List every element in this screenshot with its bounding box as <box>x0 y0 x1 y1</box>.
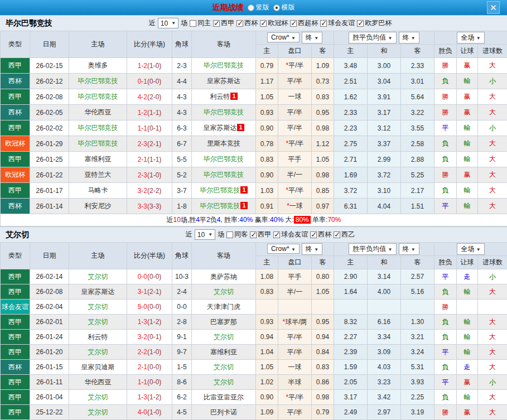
match-count-select[interactable]: 10 ▼ <box>195 229 215 240</box>
team-link[interactable]: 巴列卡诺 <box>210 408 237 416</box>
team-link[interactable]: 华伦西亚 <box>85 378 112 386</box>
same-venue-checkbox[interactable]: 同主 <box>190 18 211 28</box>
team-link[interactable]: 天津津门虎 <box>207 303 240 311</box>
team-link[interactable]: 艾尔切 <box>88 273 108 281</box>
checkbox-icon[interactable] <box>320 20 327 27</box>
odds-time-select[interactable]: 终 ▼ <box>302 243 322 255</box>
team-link[interactable]: 艾尔切 <box>214 333 234 341</box>
team-link[interactable]: 艾尔切 <box>88 393 108 401</box>
team-link[interactable]: 里斯本竞技 <box>207 139 240 147</box>
league-filter-checkbox[interactable]: 西甲 <box>250 230 271 239</box>
radio-icon[interactable] <box>273 4 280 11</box>
team-link[interactable]: 毕尔巴鄂竞技 <box>204 171 244 178</box>
team-link[interactable]: 艾尔切 <box>214 378 234 386</box>
odds-time-select[interactable]: 终 ▼ <box>302 32 322 44</box>
team-link[interactable]: 艾尔切 <box>214 363 234 371</box>
mean-away-odds: 2.88 <box>401 152 434 167</box>
league-filter-checkbox[interactable]: 西杯 <box>310 230 331 239</box>
match-count-select[interactable]: 10 ▼ <box>158 18 178 28</box>
checkbox-icon[interactable] <box>226 231 233 238</box>
result-handicap: 赢 <box>457 105 478 120</box>
league-filter-checkbox[interactable]: 球会友谊 <box>320 18 355 28</box>
mean-type-select[interactable]: 胜平负均值 ▼ <box>349 32 396 44</box>
team-link[interactable]: 利安尼沙 <box>85 202 112 210</box>
checkbox-icon[interactable] <box>273 231 280 238</box>
odds-source-select[interactable]: Crow* ▼ <box>267 244 300 254</box>
team-link[interactable]: 毕尔巴鄂竞技 <box>78 124 118 132</box>
scope-select[interactable]: 全场 ▼ <box>457 32 484 44</box>
checkbox-icon[interactable] <box>334 231 340 238</box>
odds-handicap: 半/一 <box>278 167 312 183</box>
team-link[interactable]: 塞维利亚 <box>210 348 237 356</box>
match-row: 西甲 26-01-24 利云特 3-2(0-1) 9-1 艾尔切 0.94 平/… <box>1 330 507 345</box>
team-link[interactable]: 皇家贝迪斯 <box>81 363 115 371</box>
checkbox-icon[interactable] <box>190 20 196 27</box>
result-handicap: 走 <box>457 269 478 284</box>
league-filter-checkbox[interactable]: 西甲 <box>213 18 234 28</box>
mean-time-select[interactable]: 终 ▼ <box>399 243 419 255</box>
corner-score: 4-5 <box>172 405 192 420</box>
team-link[interactable]: 华伦西亚 <box>85 108 112 116</box>
team-link[interactable]: 皇家苏斯达 <box>207 77 240 85</box>
team-link[interactable]: 艾尔切 <box>88 318 108 326</box>
layout-radio-horizontal[interactable]: 横版 <box>273 3 295 12</box>
away-team-cell: 天津津门虎 <box>192 300 256 315</box>
team-link[interactable]: 奥萨苏纳 <box>210 273 237 281</box>
team-link[interactable]: 亚特兰大 <box>85 171 112 178</box>
league-filter-checkbox[interactable]: 欧罗巴杯 <box>357 18 392 28</box>
odds-source-select[interactable]: Crow* ▼ <box>267 32 300 42</box>
team-link[interactable]: 巴塞罗那 <box>210 318 237 326</box>
team-link[interactable]: 毕尔巴鄂竞技 <box>204 108 244 116</box>
league-filter-checkbox[interactable]: 欧冠杯 <box>260 18 288 28</box>
league-filter-checkbox[interactable]: 西乙 <box>334 230 355 239</box>
odds-handicap: 一球 <box>278 360 312 375</box>
league-filter-checkbox[interactable]: 西杯 <box>236 18 258 28</box>
checkbox-label: 球会友谊 <box>281 230 308 239</box>
mean-type-select[interactable]: 胜平负均值 ▼ <box>349 243 396 255</box>
checkbox-icon[interactable] <box>357 20 364 27</box>
half-time-score: (1-1) <box>147 109 161 117</box>
checkbox-icon[interactable] <box>260 20 267 27</box>
team-link[interactable]: 艾尔切 <box>88 348 108 356</box>
home-team-cell: 艾尔切 <box>69 269 127 284</box>
team-link[interactable]: 利云特 <box>210 93 230 100</box>
team-link[interactable]: 毕尔巴鄂竞技 <box>200 186 240 194</box>
league-filter-checkbox[interactable]: 球会友谊 <box>273 230 308 239</box>
home-team-cell: 艾尔切 <box>69 315 127 330</box>
odds-away: 0.80 <box>312 269 334 284</box>
corner-score: 6-7 <box>172 136 192 152</box>
team-link[interactable]: 艾尔切 <box>88 408 108 416</box>
checkbox-icon[interactable] <box>290 20 297 27</box>
team-link[interactable]: 艾尔切 <box>88 303 108 311</box>
checkbox-icon[interactable] <box>250 231 257 238</box>
full-time-score: 2-3 <box>138 171 147 179</box>
team-link[interactable]: 比雷亚雷亚尔 <box>204 393 244 401</box>
team-link[interactable]: 皇家苏斯达 <box>203 124 236 132</box>
team-link[interactable]: 毕尔巴鄂竞技 <box>78 93 118 100</box>
checkbox-icon[interactable] <box>213 20 220 27</box>
team-link[interactable]: 马略卡 <box>88 186 108 194</box>
team-link[interactable]: 毕尔巴鄂竞技 <box>78 77 118 85</box>
team-link[interactable]: 艾尔切 <box>214 288 234 296</box>
team-link[interactable]: 塞维利亚 <box>85 155 112 163</box>
mean-home-odds: 2.75 <box>334 136 368 152</box>
team-link[interactable]: 毕尔巴鄂竞技 <box>204 61 244 69</box>
checkbox-icon[interactable] <box>310 231 317 238</box>
checkbox-icon[interactable] <box>236 20 243 27</box>
match-row: 西杯 26-02-12 毕尔巴鄂竞技 0-1(0-0) 4-4 皇家苏斯达 1.… <box>1 74 507 89</box>
mean-time-select[interactable]: 终 ▼ <box>399 32 419 44</box>
team-link[interactable]: 皇家苏斯达 <box>81 288 115 296</box>
league-filter-checkbox[interactable]: 西超杯 <box>290 18 318 28</box>
team-link[interactable]: 利云特 <box>88 333 108 341</box>
team-link[interactable]: 毕尔巴鄂竞技 <box>200 202 240 210</box>
layout-radio-vertical[interactable]: 竖版 <box>248 3 269 12</box>
team-link[interactable]: 毕尔巴鄂竞技 <box>204 155 244 163</box>
same-venue-checkbox[interactable]: 同客 <box>226 230 248 239</box>
mean-away-odds: 3.21 <box>401 330 434 345</box>
team-link[interactable]: 毕尔巴鄂竞技 <box>78 139 118 147</box>
odds-handicap: 平/半 <box>278 405 312 420</box>
close-icon[interactable]: ✕ <box>487 1 500 14</box>
radio-icon[interactable] <box>248 4 254 11</box>
team-link[interactable]: 奥维多 <box>88 61 108 69</box>
scope-select[interactable]: 全场 ▼ <box>457 243 484 255</box>
